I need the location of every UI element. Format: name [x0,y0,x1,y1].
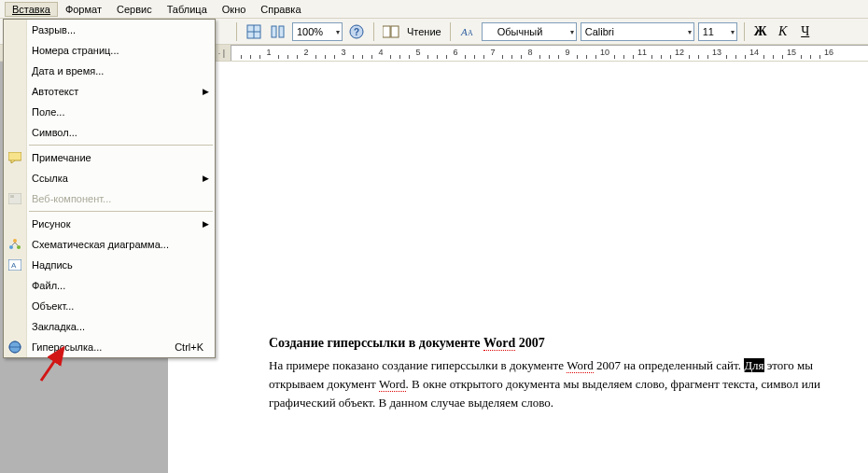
style-value: Обычный [497,26,543,37]
diagram-icon [7,237,22,252]
ruler-number: 7 [490,48,495,57]
doc-paragraph: На примере показано создание гиперссылки… [269,356,851,412]
submenu-arrow-icon: ▶ [203,87,209,96]
font-size-select[interactable]: 11 ▾ [698,22,737,41]
separator [373,22,374,41]
svg-rect-8 [391,26,399,37]
separator [744,22,745,41]
columns-button[interactable] [268,21,288,42]
underline-button[interactable]: Ч [796,22,815,41]
menu-separator [29,211,213,212]
ruler-number: 11 [637,48,647,57]
separator [450,22,451,41]
svg-point-16 [17,245,21,249]
svg-rect-4 [279,26,284,37]
selected-text: Для [744,358,763,372]
italic-button[interactable]: К [774,22,792,41]
ruler-number: 6 [453,48,457,57]
menu-item-autotext[interactable]: Автотекст▶ [4,81,215,102]
ruler-number: 13 [712,48,721,57]
svg-point-14 [13,239,17,243]
svg-text:A: A [460,26,468,37]
menu-item-break[interactable]: Разрыв... [4,20,215,40]
hyperlink-icon [7,340,22,355]
menu-item-diagram[interactable]: Схематическая диаграмма... [4,234,215,255]
svg-point-15 [9,245,13,249]
ruler-number: 15 [787,48,796,57]
doc-heading: Создание гиперссылки в документе Word 20… [269,336,851,351]
insert-menu-dropdown: Разрыв... Номера страниц... Дата и время… [3,19,216,358]
ruler-number: 5 [415,48,420,57]
shortcut-label: Ctrl+K [175,341,203,353]
bold-button[interactable]: Ж [751,22,770,41]
reading-layout-button[interactable] [381,21,401,42]
styles-pane-button[interactable]: AA [457,21,478,42]
svg-rect-7 [383,26,390,37]
svg-text:A: A [11,261,17,270]
menu-item-field[interactable]: Поле... [4,102,215,122]
ruler-scale[interactable]: 12345678910111213141516 [231,45,868,61]
table-grid-button[interactable] [244,21,264,42]
zoom-select[interactable]: 100% ▾ [292,22,343,41]
menu-help[interactable]: Справка [253,2,308,17]
reading-label: Чтение [405,26,443,37]
menu-table[interactable]: Таблица [160,2,215,17]
ruler-number: 10 [600,48,609,57]
style-select[interactable]: Обычный ▾ [482,22,577,41]
svg-rect-12 [8,193,21,204]
submenu-arrow-icon: ▶ [203,174,209,183]
menu-item-web-component: Веб-компонент... [4,188,215,209]
help-button[interactable]: ? [346,21,367,42]
svg-rect-11 [8,152,21,160]
menu-item-object[interactable]: Объект... [4,296,215,316]
comment-icon [7,150,22,165]
menu-separator [29,145,213,146]
dropdown-arrow-icon: ▾ [336,27,340,35]
size-value: 11 [703,26,714,37]
font-select[interactable]: Calibri ▾ [581,22,694,41]
menu-format[interactable]: Формат [58,2,109,17]
menu-insert[interactable]: Вставка [5,2,58,17]
ruler-number: 4 [378,48,383,57]
svg-text:?: ? [354,27,359,37]
svg-rect-13 [10,195,14,198]
menu-tools[interactable]: Сервис [109,2,160,17]
menu-item-hyperlink[interactable]: Гиперссылка... Ctrl+K [4,337,215,357]
menu-item-date-time[interactable]: Дата и время... [4,61,215,81]
menu-item-comment[interactable]: Примечание [4,147,215,168]
ruler-number: 9 [565,48,569,57]
separator [236,22,237,41]
ruler-number: 1 [266,48,271,57]
document-page[interactable]: Создание гиперссылки в документе Word 20… [168,62,868,473]
ruler-number: 3 [341,48,345,57]
font-value: Calibri [585,26,614,37]
dropdown-arrow-icon: ▾ [688,27,692,35]
svg-text:A: A [468,29,473,37]
dropdown-arrow-icon: ▾ [731,27,735,35]
ruler-number: 16 [824,48,833,57]
menu-item-bookmark[interactable]: Закладка... [4,316,215,337]
menu-item-reference[interactable]: Ссылка▶ [4,168,215,188]
web-component-icon [7,191,22,206]
menu-item-file[interactable]: Файл... [4,275,215,296]
menubar: Вставка Формат Сервис Таблица Окно Справ… [0,0,868,19]
ruler-number: 12 [675,48,684,57]
menu-item-page-numbers[interactable]: Номера страниц... [4,40,215,61]
dropdown-arrow-icon: ▾ [570,27,574,35]
menu-item-textbox[interactable]: A Надпись [4,255,215,275]
zoom-value: 100% [297,26,323,37]
ruler-number: 8 [527,48,532,57]
textbox-icon: A [7,257,22,272]
menu-window[interactable]: Окно [215,2,254,17]
menu-item-picture[interactable]: Рисунок▶ [4,214,215,234]
menu-item-symbol[interactable]: Символ... [4,122,215,143]
submenu-arrow-icon: ▶ [203,219,209,229]
svg-rect-3 [272,26,276,37]
ruler-number: 2 [303,48,308,57]
ruler-number: 14 [749,48,759,57]
